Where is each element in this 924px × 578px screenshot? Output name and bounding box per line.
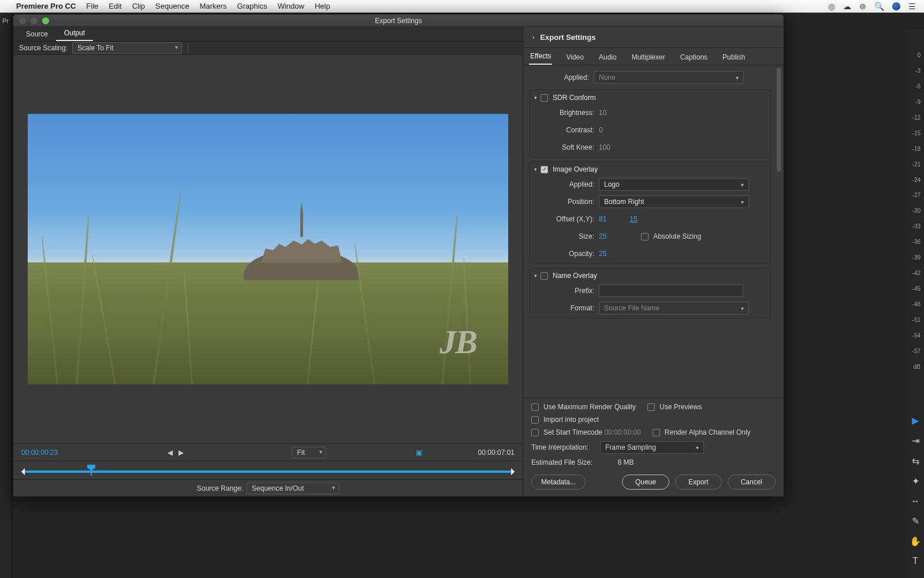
format-dropdown: Source File Name — [599, 302, 749, 314]
export-settings-dialog: Export Settings Source Output Source Sca… — [13, 14, 784, 497]
source-range-dropdown[interactable]: Sequence In/Out — [247, 483, 339, 494]
est-size-value: 8 MB — [617, 458, 634, 466]
spotlight-icon[interactable]: 🔍 — [874, 2, 884, 11]
chevron-down-icon: ▾ — [534, 95, 537, 101]
absolute-sizing-checkbox[interactable] — [641, 233, 649, 240]
tab-source[interactable]: Source — [18, 27, 56, 41]
menu-window[interactable]: Window — [278, 2, 304, 10]
dialog-titlebar[interactable]: Export Settings — [13, 14, 784, 27]
razor-tool-icon[interactable]: ✦ — [912, 476, 919, 487]
brightness-value: 10 — [599, 109, 606, 117]
pen-tool-icon[interactable]: ✎ — [912, 516, 919, 527]
tab-video[interactable]: Video — [565, 50, 584, 65]
import-project-checkbox[interactable] — [531, 416, 539, 424]
scrollbar[interactable] — [777, 68, 781, 172]
step-back-icon[interactable]: ◀ — [167, 449, 173, 457]
preview-pane: Source Output Source Scaling: Scale To F… — [13, 27, 523, 497]
playhead-icon[interactable] — [87, 465, 95, 475]
menu-file[interactable]: File — [86, 2, 98, 10]
play-icon[interactable]: ▶ — [178, 449, 184, 457]
metadata-button[interactable]: Metadata... — [531, 475, 586, 490]
export-footer-options: Use Maximum Render Quality Use Previews … — [523, 398, 784, 471]
prefix-label: Prefix: — [534, 287, 599, 295]
lumetri-applied-dropdown: None — [594, 71, 744, 84]
start-tc-checkbox[interactable] — [531, 429, 539, 436]
overlay-size-value[interactable]: 25 — [599, 232, 606, 240]
tab-publish[interactable]: Publish — [721, 50, 746, 65]
max-quality-checkbox[interactable] — [531, 403, 539, 411]
tool-palette: ▶ ⇥ ⇆ ✦ ↔ ✎ ✋ T — [907, 376, 924, 578]
image-overlay-section: ▾ Image Overlay Applied:Logo Position:Bo… — [529, 161, 771, 264]
mac-menubar: Premiere Pro CC File Edit Clip Sequence … — [0, 0, 924, 13]
alpha-only-checkbox[interactable] — [653, 429, 660, 436]
tab-audio[interactable]: Audio — [598, 50, 618, 65]
zoom-fit-dropdown[interactable]: Fit — [292, 447, 326, 458]
use-previews-label: Use Previews — [660, 403, 702, 411]
start-tc-label: Set Start Timecode — [543, 428, 602, 436]
sdr-conform-checkbox[interactable] — [541, 94, 548, 102]
tab-multiplexer[interactable]: Multiplexer — [631, 50, 666, 65]
use-previews-checkbox[interactable] — [647, 403, 655, 411]
overlay-offset-y[interactable]: 15 — [629, 215, 637, 223]
watermark-overlay: JB — [439, 323, 476, 361]
overlay-offset-x[interactable]: 81 — [599, 215, 606, 223]
absolute-sizing-label: Absolute Sizing — [653, 232, 701, 240]
ripple-tool-icon[interactable]: ⇆ — [912, 455, 919, 466]
tab-effects[interactable]: Effects — [529, 49, 552, 65]
export-settings-header[interactable]: › Export Settings — [523, 27, 784, 48]
video-preview[interactable]: JB — [28, 114, 508, 384]
sdr-conform-header[interactable]: ▾ SDR Conform — [534, 94, 766, 102]
overlay-applied-label: Applied: — [534, 180, 599, 188]
source-range-label: Source Range: — [197, 484, 243, 492]
image-overlay-checkbox[interactable] — [541, 166, 548, 173]
type-tool-icon[interactable]: T — [912, 556, 918, 566]
source-scaling-label: Source Scaling: — [19, 44, 68, 52]
menu-sequence[interactable]: Sequence — [155, 2, 189, 10]
alpha-only-label: Render Alpha Channel Only — [665, 428, 751, 436]
overlay-opacity-value[interactable]: 25 — [599, 250, 606, 258]
selection-tool-icon[interactable]: ▶ — [912, 415, 919, 426]
menu-markers[interactable]: Markers — [200, 2, 227, 10]
audio-meter: 0-3-6-9-12-15-18-21-24-27-30-33-36-39-42… — [907, 29, 924, 376]
image-overlay-header[interactable]: ▾ Image Overlay — [534, 165, 766, 173]
timeline-scrubber[interactable] — [13, 461, 523, 479]
max-quality-label: Use Maximum Render Quality — [543, 403, 636, 411]
name-overlay-header[interactable]: ▾ Name Overlay — [534, 272, 766, 280]
timecode-out: 00:00:07:01 — [478, 449, 515, 457]
tab-output[interactable]: Output — [56, 26, 93, 41]
notification-center-icon[interactable]: ☰ — [908, 2, 916, 11]
softknee-label: Soft Knee: — [534, 143, 599, 151]
sdr-conform-section: ▾ SDR Conform Brightness:10 Contrast:0 S… — [529, 90, 771, 158]
queue-button[interactable]: Queue — [622, 475, 669, 490]
project-panel-strip: Pr — [0, 13, 12, 578]
track-select-tool-icon[interactable]: ⇥ — [912, 435, 919, 446]
menu-edit[interactable]: Edit — [109, 2, 121, 10]
menu-graphics[interactable]: Graphics — [237, 2, 267, 10]
slip-tool-icon[interactable]: ↔ — [911, 496, 920, 506]
overlay-applied-dropdown[interactable]: Logo — [599, 178, 749, 191]
creative-cloud-icon[interactable]: ☁ — [843, 2, 851, 11]
source-scaling-dropdown[interactable]: Scale To Fit — [72, 42, 182, 54]
wifi-icon[interactable]: ⊚ — [859, 2, 866, 11]
applied-label: Applied: — [529, 73, 594, 81]
cancel-button[interactable]: Cancel — [728, 475, 776, 490]
divider — [188, 43, 188, 53]
name-overlay-section: ▾ Name Overlay Prefix: Format:Source Fil… — [529, 268, 771, 318]
siri-icon[interactable] — [892, 2, 900, 10]
effects-scroll[interactable]: Applied: None ▾ SDR Conform Brightness:1… — [523, 65, 784, 398]
timecode-in[interactable]: 00:00:00:23 — [21, 449, 58, 457]
menubar-app[interactable]: Premiere Pro CC — [16, 2, 76, 10]
overlay-opacity-label: Opacity: — [534, 250, 599, 258]
overlay-offset-label: Offset (X,Y): — [534, 215, 599, 223]
menu-clip[interactable]: Clip — [132, 2, 145, 10]
menu-help[interactable]: Help — [315, 2, 330, 10]
cc-status-icon[interactable]: ◎ — [828, 2, 835, 11]
tab-captions[interactable]: Captions — [679, 50, 709, 65]
name-overlay-checkbox[interactable] — [541, 272, 548, 280]
overlay-position-dropdown[interactable]: Bottom Right — [599, 195, 749, 208]
hand-tool-icon[interactable]: ✋ — [910, 536, 921, 547]
overlay-size-label: Size: — [534, 232, 599, 240]
export-button[interactable]: Export — [675, 475, 722, 490]
aspect-crop-icon[interactable]: ▣ — [416, 449, 422, 457]
time-interp-dropdown[interactable]: Frame Sampling — [600, 441, 704, 454]
